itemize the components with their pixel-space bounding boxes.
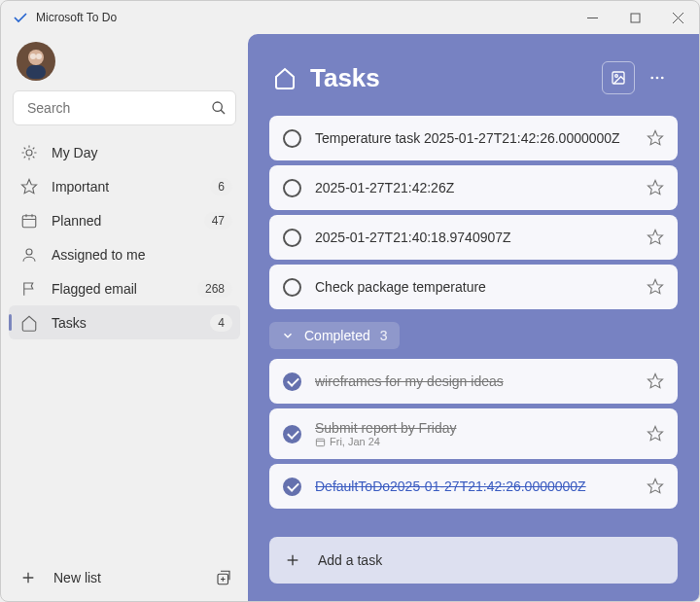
task-row[interactable]: 2025-01-27T21:40:18.9740907Z	[269, 215, 678, 260]
svg-marker-37	[648, 181, 663, 195]
task-title: DefaultToDo2025-01-27T21:42:26.0000000Z	[315, 478, 639, 494]
calendar-icon	[315, 437, 326, 447]
star-icon[interactable]	[647, 478, 664, 495]
star-icon[interactable]	[647, 179, 664, 196]
chevron-down-icon	[281, 329, 295, 342]
search-icon	[211, 100, 227, 116]
sidebar-footer: New list	[9, 554, 240, 601]
star-icon[interactable]	[647, 229, 664, 246]
star-icon[interactable]	[647, 425, 664, 443]
task-checkbox[interactable]	[283, 129, 301, 148]
star-icon[interactable]	[647, 278, 664, 296]
task-row[interactable]: Temperature task 2025-01-27T21:42:26.000…	[269, 116, 678, 160]
svg-marker-39	[648, 280, 663, 294]
task-checkbox-checked[interactable]	[283, 372, 301, 391]
plus-icon	[285, 552, 300, 568]
star-icon[interactable]	[647, 129, 664, 147]
page-title: Tasks	[310, 63, 596, 93]
svg-marker-43	[648, 427, 663, 441]
task-row-completed[interactable]: wireframes for my design ideas	[269, 359, 678, 404]
svg-point-9	[213, 102, 222, 111]
nav-label: Assigned to me	[52, 247, 146, 263]
svg-marker-44	[648, 479, 663, 493]
calendar-icon	[20, 212, 38, 230]
completed-toggle[interactable]: Completed 3	[269, 322, 400, 349]
nav-label: Flagged email	[52, 281, 137, 297]
nav-my-day[interactable]: My Day	[9, 135, 240, 169]
task-row[interactable]: 2025-01-27T21:42:26Z	[269, 165, 678, 210]
star-icon	[20, 178, 38, 195]
svg-marker-36	[648, 131, 663, 145]
svg-point-11	[26, 150, 32, 156]
nav-list: My Day Important 6 Planned 47 Assigned t…	[9, 135, 240, 554]
add-task-label: Add a task	[318, 552, 382, 568]
completed-count: 3	[380, 328, 388, 343]
svg-point-33	[650, 77, 653, 80]
svg-point-32	[615, 75, 618, 78]
task-title: 2025-01-27T21:40:18.9740907Z	[315, 230, 639, 245]
window-maximize-button[interactable]	[613, 1, 656, 34]
svg-line-17	[33, 156, 35, 158]
new-list-button[interactable]: New list	[53, 570, 101, 585]
nav-label: My Day	[52, 145, 97, 160]
svg-point-8	[36, 53, 42, 59]
content-area: Tasks Temperature task 2025-01-27T21:42:…	[248, 34, 699, 601]
nav-label: Planned	[52, 213, 101, 229]
star-icon[interactable]	[647, 372, 664, 390]
app-logo-icon	[13, 10, 28, 25]
task-row[interactable]: Check package temperature	[269, 265, 678, 309]
completed-label: Completed	[304, 328, 370, 343]
svg-rect-6	[26, 65, 46, 79]
task-title: 2025-01-27T21:42:26Z	[315, 180, 639, 195]
svg-rect-1	[631, 14, 640, 22]
search-input[interactable]	[13, 90, 236, 125]
nav-count: 6	[210, 178, 232, 195]
task-checkbox-checked[interactable]	[283, 425, 301, 443]
search-box	[13, 90, 236, 125]
svg-rect-21	[22, 215, 36, 227]
more-options-button[interactable]	[641, 61, 674, 94]
svg-point-35	[661, 77, 664, 80]
plus-icon[interactable]	[20, 570, 36, 585]
window-close-button[interactable]	[656, 1, 699, 34]
window-minimize-button[interactable]	[571, 1, 613, 34]
nav-flagged[interactable]: Flagged email 268	[9, 271, 240, 305]
svg-point-34	[656, 77, 659, 80]
svg-line-18	[24, 156, 26, 158]
task-checkbox[interactable]	[283, 179, 301, 197]
nav-count: 268	[197, 280, 232, 298]
sidebar: My Day Important 6 Planned 47 Assigned t…	[1, 34, 248, 601]
theme-button[interactable]	[602, 61, 635, 94]
svg-marker-38	[648, 230, 663, 244]
task-title: wireframes for my design ideas	[315, 373, 639, 389]
nav-count: 47	[204, 212, 232, 230]
nav-planned[interactable]: Planned 47	[9, 203, 240, 237]
task-title: Submit report by Friday	[315, 420, 639, 436]
nav-assigned[interactable]: Assigned to me	[9, 237, 240, 271]
nav-count: 4	[210, 314, 232, 332]
task-title: Temperature task 2025-01-27T21:42:26.000…	[315, 130, 639, 146]
task-due-date: Fri, Jan 24	[315, 436, 639, 447]
nav-label: Tasks	[52, 315, 87, 331]
task-row-completed[interactable]: DefaultToDo2025-01-27T21:42:26.0000000Z	[269, 464, 678, 509]
task-row-completed[interactable]: Submit report by Friday Fri, Jan 24	[269, 408, 678, 459]
app-title: Microsoft To Do	[36, 11, 117, 24]
home-icon	[20, 314, 38, 332]
svg-point-7	[30, 53, 36, 59]
sun-icon	[20, 144, 38, 161]
content-header: Tasks	[269, 61, 678, 94]
task-checkbox[interactable]	[283, 278, 301, 297]
add-task-button[interactable]: Add a task	[269, 537, 678, 584]
task-checkbox-checked[interactable]	[283, 478, 301, 496]
titlebar: Microsoft To Do	[1, 1, 699, 34]
avatar[interactable]	[17, 42, 55, 81]
task-checkbox[interactable]	[283, 229, 301, 247]
svg-marker-40	[648, 374, 663, 388]
nav-important[interactable]: Important 6	[9, 169, 240, 203]
task-list: Temperature task 2025-01-27T21:42:26.000…	[269, 116, 678, 529]
nav-tasks[interactable]: Tasks 4	[9, 305, 240, 339]
svg-rect-41	[316, 439, 324, 445]
svg-line-10	[221, 110, 225, 114]
task-title: Check package temperature	[315, 279, 639, 295]
new-group-icon[interactable]	[215, 569, 232, 586]
